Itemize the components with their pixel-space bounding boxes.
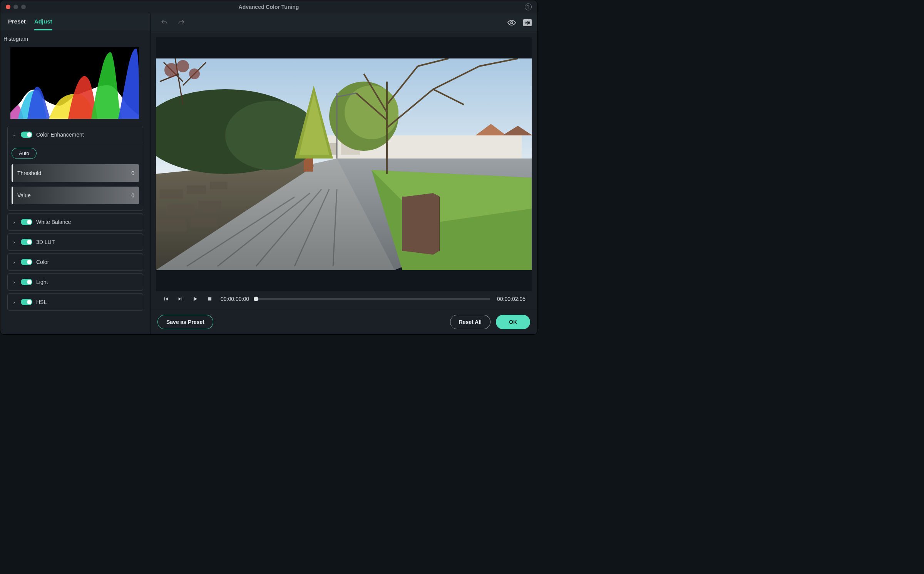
toggle-color[interactable]: [21, 259, 32, 265]
reset-all-button[interactable]: Reset All: [450, 315, 490, 329]
window-title: Advanced Color Tuning: [239, 4, 299, 10]
panel-head-white-balance[interactable]: › White Balance: [8, 214, 143, 230]
slider-value: 0: [131, 170, 134, 176]
slider-label: Threshold: [17, 170, 41, 176]
panel-label: HSL: [36, 299, 47, 305]
panel-head-color-enhancement[interactable]: ⌄ Color Enhancement: [8, 126, 143, 143]
chevron-right-icon: ›: [12, 279, 17, 285]
chevron-right-icon: ›: [12, 219, 17, 225]
play-button[interactable]: [191, 295, 199, 303]
panel-label: White Balance: [36, 219, 71, 225]
sidebar: Preset Adjust Histogram: [0, 13, 151, 334]
sidebar-scroll[interactable]: ⌄ Color Enhancement Auto Threshold 0 Val…: [0, 46, 150, 334]
slider-value[interactable]: Value 0: [12, 187, 139, 204]
slider-threshold[interactable]: Threshold 0: [12, 164, 139, 182]
panel-color: › Color: [7, 253, 143, 271]
toggle-white-balance[interactable]: [21, 219, 32, 225]
chevron-right-icon: ›: [12, 259, 17, 265]
svg-rect-18: [187, 185, 206, 194]
app-window: Advanced Color Tuning ? Preset Adjust Hi…: [0, 0, 537, 335]
svg-point-36: [177, 60, 189, 72]
timeline-scrubber[interactable]: [256, 298, 490, 300]
panel-head-3d-lut[interactable]: › 3D LUT: [8, 234, 143, 250]
panel-light: › Light: [7, 273, 143, 291]
transport: 00:00:00:00 00:00:02:05: [156, 291, 532, 304]
video-preview[interactable]: [156, 58, 532, 270]
compare-ab-button[interactable]: A|B: [523, 19, 532, 26]
panel-label: Color: [36, 259, 49, 265]
panel-3d-lut: › 3D LUT: [7, 233, 143, 251]
preview-toolbar: A|B: [151, 13, 537, 32]
titlebar: Advanced Color Tuning ?: [0, 0, 537, 13]
svg-rect-21: [198, 201, 221, 210]
svg-point-37: [189, 68, 200, 79]
chevron-right-icon: ›: [12, 299, 17, 305]
slider-label: Value: [17, 192, 31, 199]
auto-button[interactable]: Auto: [12, 148, 37, 159]
close-window-icon[interactable]: [6, 5, 10, 9]
help-icon[interactable]: ?: [525, 3, 532, 10]
ok-button[interactable]: OK: [496, 315, 530, 329]
main: Preset Adjust Histogram: [0, 13, 537, 334]
toggle-color-enhancement[interactable]: [21, 132, 32, 138]
prev-frame-button[interactable]: [162, 295, 170, 303]
histogram: [10, 47, 139, 119]
preview-pane: A|B: [151, 13, 537, 334]
timecode-current: 00:00:00:00: [221, 296, 249, 302]
panel-body-color-enhancement: Auto Threshold 0 Value 0: [8, 143, 143, 210]
sidebar-tabs: Preset Adjust: [0, 13, 150, 30]
panel-head-light[interactable]: › Light: [8, 274, 143, 290]
tab-preset[interactable]: Preset: [8, 18, 26, 30]
panel-label: 3D LUT: [36, 239, 55, 245]
svg-rect-17: [160, 189, 183, 199]
timeline-thumb[interactable]: [254, 297, 258, 301]
video-wrap: [156, 37, 532, 291]
histogram-title: Histogram: [0, 30, 150, 46]
panel-white-balance: › White Balance: [7, 213, 143, 231]
panel-head-color[interactable]: › Color: [8, 254, 143, 270]
toggle-hsl[interactable]: [21, 299, 32, 305]
panel-label: Color Enhancement: [36, 132, 84, 138]
footer: Save as Preset Reset All OK: [151, 309, 537, 334]
svg-rect-20: [167, 205, 194, 215]
minimize-window-icon[interactable]: [13, 5, 18, 9]
toggle-3d-lut[interactable]: [21, 239, 32, 245]
undo-icon[interactable]: [160, 18, 169, 27]
svg-marker-49: [402, 193, 439, 255]
panel-head-hsl[interactable]: › HSL: [8, 294, 143, 310]
svg-rect-19: [210, 182, 228, 189]
svg-rect-22: [156, 220, 187, 232]
svg-rect-52: [208, 297, 211, 300]
panel-color-enhancement: ⌄ Color Enhancement Auto Threshold 0 Val…: [7, 126, 143, 211]
preview-stage: 00:00:00:00 00:00:02:05: [151, 32, 537, 309]
chevron-right-icon: ›: [12, 239, 17, 245]
redo-icon[interactable]: [177, 18, 186, 27]
slider-value: 0: [131, 192, 134, 199]
svg-point-35: [164, 63, 178, 77]
panel-label: Light: [36, 279, 48, 285]
panel-hsl: › HSL: [7, 293, 143, 311]
next-frame-button[interactable]: [177, 295, 184, 303]
timecode-duration: 00:00:02:05: [497, 296, 526, 302]
preview-eye-icon[interactable]: [507, 18, 516, 27]
svg-rect-23: [191, 216, 218, 227]
window-controls: [6, 5, 26, 9]
tab-adjust[interactable]: Adjust: [34, 18, 52, 30]
toggle-light[interactable]: [21, 279, 32, 285]
chevron-down-icon: ⌄: [12, 132, 17, 137]
save-preset-button[interactable]: Save as Preset: [157, 315, 213, 329]
svg-point-0: [511, 22, 513, 24]
stop-button[interactable]: [206, 295, 214, 303]
maximize-window-icon[interactable]: [21, 5, 26, 9]
